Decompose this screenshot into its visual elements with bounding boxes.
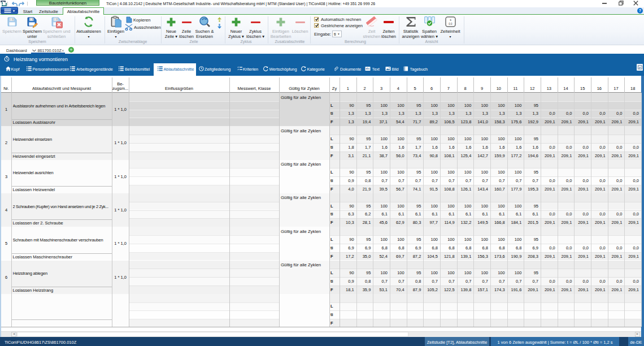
- svg-text:0.0: 0.0: [449, 23, 452, 25]
- svg-text:abc: abc: [365, 67, 370, 70]
- svg-text:s: s: [450, 18, 451, 21]
